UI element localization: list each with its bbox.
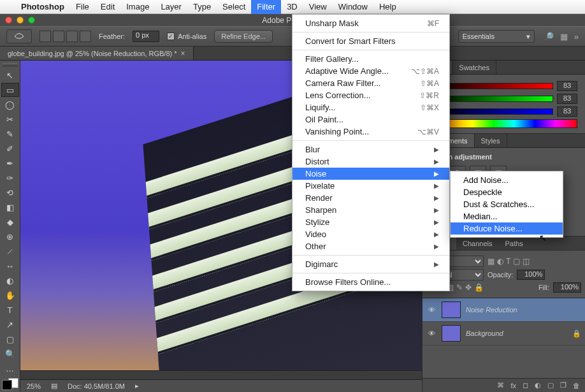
menu-3d[interactable]: 3D	[281, 0, 303, 14]
tool-17[interactable]: ↗	[1, 317, 19, 331]
visibility-icon[interactable]: 👁	[426, 330, 437, 337]
menu-help[interactable]: Help	[373, 0, 402, 14]
menu-view[interactable]: View	[303, 0, 333, 14]
new-group-icon[interactable]: ▢	[547, 381, 554, 389]
menu-item-convert-for-smart-filters[interactable]: Convert for Smart Filters	[292, 35, 449, 47]
menu-file[interactable]: File	[70, 0, 95, 14]
workspace-switcher[interactable]: Essentials▾	[458, 30, 535, 43]
color-swatches[interactable]	[2, 380, 18, 388]
tool-13[interactable]: ↔	[1, 259, 19, 273]
opacity-value[interactable]: 100%	[517, 270, 545, 280]
tool-5[interactable]: ✐	[1, 142, 19, 156]
filter-shape-icon[interactable]: ▢	[513, 257, 520, 266]
tool-14[interactable]: ◐	[1, 273, 19, 287]
menu-item-camera-raw-filter-[interactable]: Camera Raw Filter...⇧⌘A	[292, 77, 449, 89]
document-tab[interactable]: globe_building.jpg @ 25% (Noise Reductio…	[0, 47, 194, 60]
close-window-button[interactable]	[5, 17, 12, 24]
scrollbar-horizontal[interactable]	[20, 370, 422, 379]
selection-new[interactable]	[40, 31, 51, 42]
tool-8[interactable]: ⟲	[1, 185, 19, 200]
color-spectrum[interactable]	[430, 119, 577, 128]
menu-item-digimarc[interactable]: Digimarc▶	[292, 258, 449, 270]
tool-15[interactable]: ✋	[1, 288, 19, 302]
blue-value[interactable]: 83	[557, 106, 577, 117]
tab-swatches[interactable]: Swatches	[452, 61, 496, 74]
tool-0[interactable]: ↖	[1, 68, 19, 82]
selection-intersect[interactable]	[80, 31, 91, 42]
refine-edge-button[interactable]: Refine Edge...	[214, 30, 273, 43]
submenu-item-reduce-noise-[interactable]: Reduce Noise...	[451, 222, 563, 235]
feather-input[interactable]: 0 px	[133, 31, 159, 42]
zoom-window-button[interactable]	[28, 17, 35, 24]
menu-item-blur[interactable]: Blur▶	[292, 143, 449, 156]
menu-image[interactable]: Image	[120, 0, 155, 14]
tool-18[interactable]: ▢	[1, 332, 19, 346]
menu-app[interactable]: Photoshop	[15, 0, 70, 14]
tab-channels[interactable]: Channels	[456, 236, 498, 250]
lock-position-icon[interactable]: ✥	[465, 283, 472, 292]
new-fill-icon[interactable]: ◐	[535, 381, 541, 389]
menu-item-video[interactable]: Video▶	[292, 228, 449, 240]
submenu-item-add-noise-[interactable]: Add Noise...	[451, 174, 563, 186]
tool-9[interactable]: ◧	[1, 200, 19, 214]
layer-thumbnail[interactable]	[442, 325, 461, 342]
tool-4[interactable]: ✎	[1, 127, 19, 141]
arrange-docs-icon[interactable]: ▦	[560, 32, 568, 41]
menu-edit[interactable]: Edit	[95, 0, 120, 14]
chevron-right-icon[interactable]: ▸	[135, 382, 139, 390]
menu-item-adaptive-wide-angle-[interactable]: Adaptive Wide Angle...⌥⇧⌘A	[292, 65, 449, 77]
minimize-window-button[interactable]	[17, 17, 24, 24]
red-value[interactable]: 83	[557, 81, 577, 91]
layer-mask-icon[interactable]: ◻	[523, 381, 528, 389]
link-layers-icon[interactable]: ⌘	[497, 381, 504, 389]
doc-size-icon[interactable]: ▤	[51, 382, 57, 390]
layer-fx-icon[interactable]: fx	[510, 382, 516, 389]
menu-item-stylize[interactable]: Stylize▶	[292, 216, 449, 228]
lock-all-icon[interactable]: 🔒	[474, 283, 484, 292]
delete-layer-icon[interactable]: 🗑	[573, 382, 580, 389]
green-value[interactable]: 83	[557, 94, 577, 104]
tool-20[interactable]: …	[1, 361, 19, 375]
menu-item-unsharp-mask[interactable]: Unsharp Mask⌘F	[292, 17, 449, 29]
fill-value[interactable]: 100%	[553, 282, 581, 293]
submenu-item-despeckle[interactable]: Despeckle	[451, 186, 563, 198]
lock-pixels-icon[interactable]: ✎	[456, 283, 463, 292]
antialias-checkbox[interactable]: ✓	[167, 33, 175, 40]
tool-3[interactable]: ✂	[1, 112, 19, 126]
tab-styles[interactable]: Styles	[475, 134, 507, 147]
screen-mode-icon[interactable]: 🔎	[544, 32, 554, 41]
menu-item-render[interactable]: Render▶	[292, 192, 449, 204]
menu-item-distort[interactable]: Distort▶	[292, 156, 449, 168]
menu-item-pixelate[interactable]: Pixelate▶	[292, 180, 449, 192]
layer-thumbnail[interactable]	[442, 301, 461, 318]
tool-12[interactable]: ⟋	[1, 244, 19, 258]
tool-2[interactable]: ◯	[1, 98, 19, 112]
visibility-icon[interactable]: 👁	[426, 306, 437, 314]
layer-row[interactable]: 👁Noise Reduction	[422, 298, 585, 322]
submenu-item-dust-scratches-[interactable]: Dust & Scratches...	[451, 198, 563, 210]
double-arrow-icon[interactable]: »	[574, 32, 579, 41]
menu-layer[interactable]: Layer	[155, 0, 187, 14]
menu-item-browse-filters-online-[interactable]: Browse Filters Online...	[292, 276, 449, 288]
menu-item-vanishing-point-[interactable]: Vanishing Point...⌥⌘V	[292, 126, 449, 138]
submenu-item-median-[interactable]: Median...	[451, 210, 563, 222]
filter-adjust-icon[interactable]: ◐	[497, 257, 503, 266]
selection-add[interactable]	[53, 31, 64, 42]
menu-select[interactable]: Select	[217, 0, 251, 14]
menu-item-liquify-[interactable]: Liquify...⇧⌘X	[292, 101, 449, 113]
tool-11[interactable]: ⊕	[1, 229, 19, 243]
tool-7[interactable]: ✑	[1, 171, 19, 185]
filter-smart-icon[interactable]: ◫	[523, 257, 530, 266]
menu-item-other[interactable]: Other▶	[292, 240, 449, 252]
selection-subtract[interactable]	[66, 31, 78, 42]
close-icon[interactable]: ×	[181, 49, 185, 58]
menu-filter[interactable]: Filter	[251, 0, 281, 14]
filter-pixel-icon[interactable]: ▦	[487, 257, 495, 266]
tool-preset-picker[interactable]	[6, 29, 32, 43]
tool-10[interactable]: ◆	[1, 215, 19, 229]
tool-19[interactable]: 🔍	[1, 347, 19, 361]
menu-item-lens-correction-[interactable]: Lens Correction...⇧⌘R	[292, 89, 449, 101]
tool-1[interactable]: ▭	[1, 83, 19, 97]
menu-item-noise[interactable]: Noise▶	[292, 168, 449, 180]
menu-type[interactable]: Type	[187, 0, 217, 14]
